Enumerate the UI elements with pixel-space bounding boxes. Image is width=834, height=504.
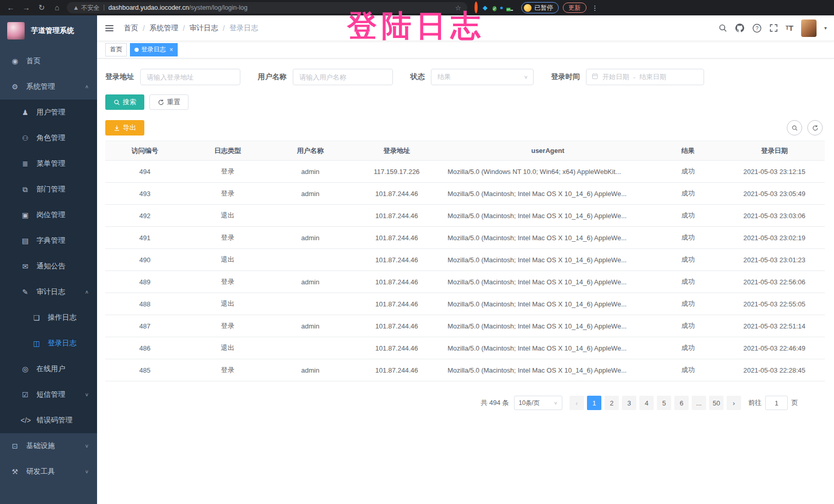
goto-page-input[interactable]: [765, 396, 788, 410]
close-icon[interactable]: ×: [169, 46, 173, 53]
sidebar-item-infra[interactable]: ⊡基础设施∨: [0, 433, 97, 459]
column-header: 登录日期: [724, 141, 825, 161]
sidebar-item-label: 角色管理: [36, 133, 65, 143]
sidebar-item-online-user[interactable]: ◎在线用户: [0, 356, 97, 382]
cell-date: 2021-05-03 23:03:06: [724, 205, 825, 227]
sidebar-logo-row[interactable]: 芋道管理系统: [0, 15, 97, 46]
column-header: 用户名称: [271, 141, 350, 161]
cell-user_agent: Mozilla/5.0 (Macintosh; Intel Mac OS X 1…: [443, 293, 652, 315]
sidebar-item-menu[interactable]: ≣菜单管理: [0, 151, 97, 177]
sidebar-item-audit-log[interactable]: ✎审计日志∧: [0, 279, 97, 305]
extension-icon[interactable]: [475, 3, 478, 12]
login-address-input[interactable]: [140, 69, 240, 85]
sidebar-item-dept[interactable]: ⧉部门管理: [0, 177, 97, 202]
forward-icon[interactable]: →: [21, 0, 32, 15]
pagination-page-1[interactable]: 1: [587, 396, 601, 410]
avatar[interactable]: [801, 20, 817, 37]
extension-icon[interactable]: ✓: [492, 3, 497, 12]
goto-unit: 页: [791, 398, 798, 408]
export-button[interactable]: 导出: [105, 120, 144, 135]
not-secure-warning[interactable]: ▲ 不安全: [73, 4, 100, 12]
browser-profile-chip[interactable]: 已暂停: [521, 2, 559, 13]
sidebar-item-notice[interactable]: ✉通知公告: [0, 254, 97, 279]
calendar-icon: [592, 73, 598, 81]
sidebar-item-role[interactable]: ⚇角色管理: [0, 125, 97, 151]
cell-date: 2021-05-03 23:02:19: [724, 227, 825, 249]
bookmark-star-icon[interactable]: ☆: [455, 4, 461, 12]
login-time-label: 登录时间: [551, 72, 580, 82]
user-icon: ♟: [21, 108, 30, 117]
github-icon[interactable]: [735, 23, 745, 33]
column-header: 结果: [652, 141, 724, 161]
back-icon[interactable]: ←: [5, 0, 16, 15]
sidebar-item-dict[interactable]: ▤字典管理: [0, 228, 97, 254]
username-input[interactable]: [293, 69, 393, 85]
browser-menu-icon[interactable]: ⋮: [591, 4, 599, 12]
tag-登录日志[interactable]: 登录日志×: [130, 43, 178, 56]
breadcrumb-item[interactable]: 首页: [124, 24, 138, 33]
sidebar-item-user[interactable]: ♟用户管理: [0, 100, 97, 125]
sidebar-item-home[interactable]: ◉首页: [0, 48, 97, 74]
sms-shield-icon: ☑: [21, 391, 30, 399]
breadcrumb-item[interactable]: 审计日志: [189, 24, 218, 33]
online-user-icon: ◎: [21, 365, 30, 373]
cell-date: 2021-05-03 22:55:05: [724, 293, 825, 315]
chevron-up-icon: ∧: [85, 84, 89, 89]
status-select[interactable]: 结果 ∨: [431, 69, 534, 85]
cell-id: 493: [105, 183, 184, 205]
table-row: 485登录admin101.87.244.46Mozilla/5.0 (Maci…: [105, 359, 825, 381]
help-icon[interactable]: ?: [752, 24, 762, 33]
sidebar-item-operate-log[interactable]: ❏操作日志: [0, 305, 97, 331]
sidebar-item-label: 首页: [26, 56, 41, 66]
sidebar-item-post[interactable]: ▣岗位管理: [0, 202, 97, 228]
pagination-page-4[interactable]: 4: [639, 396, 654, 410]
hide-search-button[interactable]: [787, 120, 802, 135]
page-size-select[interactable]: 10条/页 ∨: [514, 396, 562, 410]
date-end-placeholder: 结束日期: [639, 72, 666, 82]
sidebar-item-devtools[interactable]: ⚒研发工具∨: [0, 459, 97, 484]
pagination-page-5[interactable]: 5: [657, 396, 671, 410]
cell-type: 登录: [184, 183, 271, 205]
sidebar-item-sms[interactable]: ☑短信管理∨: [0, 382, 97, 408]
infra-monitor-icon: ⊡: [10, 442, 20, 450]
cell-user_agent: Mozilla/5.0 (Macintosh; Intel Mac OS X 1…: [443, 183, 652, 205]
pagination-next-button[interactable]: ›: [727, 396, 741, 410]
cell-type: 登录: [184, 161, 271, 183]
reset-button[interactable]: 重置: [149, 94, 188, 110]
cell-date: 2021-05-03 22:46:49: [724, 337, 825, 359]
pagination-prev-button[interactable]: ‹: [570, 396, 584, 410]
sidebar-item-login-log[interactable]: ◫登录日志: [0, 331, 97, 356]
hamburger-icon[interactable]: [97, 25, 122, 31]
sidebar-item-system[interactable]: ⚙系统管理∧: [0, 74, 97, 100]
pagination-page-6[interactable]: 6: [674, 396, 689, 410]
table-header-row: 访问编号日志类型用户名称登录地址userAgent结果登录日期: [105, 141, 825, 161]
extension-icon[interactable]: ◆: [483, 5, 487, 11]
tag-首页[interactable]: 首页: [105, 43, 127, 56]
pagination-page-50[interactable]: 50: [709, 396, 724, 410]
address-bar[interactable]: ▲ 不安全 dashboard.yudao.iocoder.cn/system/…: [67, 2, 467, 13]
date-range-picker[interactable]: 开始日期 - 结束日期: [586, 69, 704, 85]
cell-user_agent: Mozilla/5.0 (Windows NT 10.0; Win64; x64…: [443, 161, 652, 183]
pagination-page-2[interactable]: 2: [604, 396, 619, 410]
browser-update-button[interactable]: 更新: [563, 3, 586, 13]
cell-username: admin: [271, 183, 350, 205]
chevron-down-icon[interactable]: ▾: [824, 25, 827, 31]
font-size-icon[interactable]: TT: [786, 24, 793, 32]
cell-username: admin: [271, 161, 350, 183]
reload-icon[interactable]: ↻: [36, 0, 47, 15]
cell-date: 2021-05-03 23:05:49: [724, 183, 825, 205]
pagination-more[interactable]: ...: [692, 396, 706, 410]
fullscreen-icon[interactable]: [769, 24, 778, 32]
table-row: 489登录admin101.87.244.46Mozilla/5.0 (Maci…: [105, 271, 825, 293]
sidebar-item-error-code[interactable]: </>错误码管理: [0, 408, 97, 433]
home-icon[interactable]: ⌂: [51, 0, 63, 15]
search-button[interactable]: 搜索: [105, 94, 144, 110]
breadcrumb-item[interactable]: 系统管理: [149, 24, 178, 33]
pagination-page-3[interactable]: 3: [622, 396, 636, 410]
sidebar-item-label: 研发工具: [26, 467, 55, 476]
refresh-button[interactable]: [807, 120, 823, 135]
search-icon[interactable]: [718, 24, 727, 32]
cell-id: 485: [105, 359, 184, 381]
cell-address: 101.87.244.46: [350, 227, 443, 249]
cell-type: 退出: [184, 337, 271, 359]
